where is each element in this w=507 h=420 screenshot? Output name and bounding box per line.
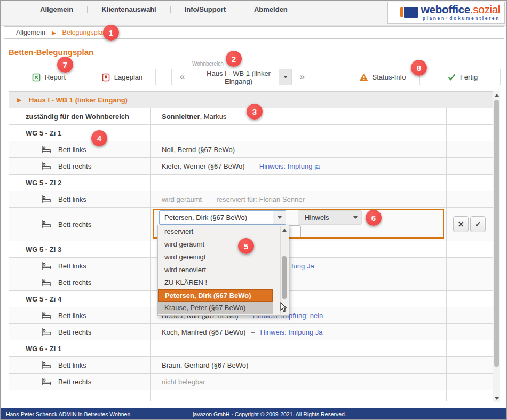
hinweis-text[interactable]: Hinweis: Imfpung Ja [260,328,323,336]
occupant-name: Koch, Manfred (§67 BeWo) [162,328,245,336]
bed-icon [42,195,51,203]
row-value-cell[interactable]: Koch, Manfred (§67 BeWo)–Hinweis: Imfpun… [151,324,447,340]
row-label-cell: Bett links [9,258,151,274]
dropdown-option-hovered[interactable]: Krause, Peter (§67 BeWo) [158,302,273,314]
dropdown-option[interactable]: ZU KLÄREN ! [158,276,266,289]
row-label-cell: Bett links [9,357,151,373]
table-vertical-scrollbar[interactable] [493,91,500,402]
main-menu: Allgemein Klientenauswahl Info/Support A… [26,5,302,13]
confirm-edit-button[interactable]: ✓ [470,216,486,232]
report-button[interactable]: Report [9,69,89,85]
wohnbereich-dropdown-button[interactable] [279,69,291,85]
fertig-button[interactable]: Fertig [425,69,500,85]
row-value-cell[interactable]: Braun, Gerhard (§67 BeWo) [151,357,447,373]
menu-item-klientenauswahl[interactable]: Klientenauswahl [88,5,170,13]
row-value-cell[interactable]: wird geräumt–reserviert für: Florian Sen… [151,191,447,207]
scroll-down-arrow-icon[interactable] [495,397,499,400]
annotation-badge-2: 2 [226,51,242,67]
room-label: WG 5 - Zi 3 [26,245,61,253]
row-action-cell [447,340,493,356]
hinweis-dropdown-button[interactable] [349,211,361,224]
lageplan-button[interactable]: Lageplan [89,69,156,85]
room-label: WG 5 - Zi 1 [26,129,61,137]
table-row: Bett rechtsKoch, Manfred (§67 BeWo)–Hinw… [9,324,500,340]
row-action-cell [447,175,493,191]
row-label-cell [9,390,151,401]
hinweis-select[interactable]: Hinweis [298,210,362,225]
dash-separator: – [207,195,211,203]
cancel-edit-button[interactable]: ✕ [453,216,469,232]
wohnbereich-select[interactable]: Haus I - WB 1 (linker Eingang) [193,69,292,85]
row-action-cell: ✕✓ [447,208,493,241]
breadcrumb-current: Belegungsplan [62,29,107,36]
menu-item-info-support[interactable]: Info/Support [171,5,240,13]
warning-icon [359,73,368,81]
row-action-cell [447,390,493,401]
row-label-cell: Bett links [9,191,151,207]
row-value-cell[interactable]: Noll, Bernd (§67 BeWo) [151,141,447,157]
bed-icon [42,220,51,228]
group-title: Haus I - WB 1 (linker Eingang) [29,96,128,104]
combobox-dropdown-button[interactable] [273,211,286,224]
scrollbar-thumb[interactable] [282,256,287,299]
bed-icon [42,146,51,153]
annotation-badge-8: 8 [411,60,427,76]
row-label-cell: WG 5 - Zi 1 [9,125,151,141]
room-label: WG 5 - Zi 4 [26,295,61,303]
row-value-cell[interactable]: Sonnleitner, Markus [151,108,447,124]
row-action-cell [447,357,493,373]
bed-label: Bett links [58,146,86,154]
row-value-cell[interactable] [151,175,447,191]
app-window: Allgemein Klientenauswahl Info/Support A… [0,0,507,420]
hinweis-select-value: Hinweis [298,213,349,221]
breadcrumb-root[interactable]: Allgemein [16,29,45,36]
scroll-up-arrow-icon[interactable] [282,229,287,232]
hinweis-text[interactable]: Hinweis: Impfung ja [259,162,320,170]
logo-tagline: planen+dokumentieren [421,16,500,21]
dropdown-option[interactable]: reserviert [158,225,266,238]
row-label-cell: WG 5 - Zi 4 [9,291,151,307]
annotation-badge-6: 6 [366,210,382,226]
row-action-cell [447,258,493,274]
row-action-cell [447,241,493,257]
row-label-cell: Bett rechts [9,374,151,390]
status-info-button[interactable]: Status-Info [345,69,420,85]
row-label-cell: Bett rechts [9,274,151,290]
row-value-cell[interactable]: nicht belegbar [151,374,447,390]
row-action-cell [447,191,493,207]
bed-label: Bett links [58,312,86,320]
occupant-name: Noll, Bernd (§67 BeWo) [162,146,235,154]
menu-item-abmelden[interactable]: Abmelden [240,5,302,13]
row-label-cell: Bett links [9,141,151,157]
menu-item-allgemein[interactable]: Allgemein [26,5,87,13]
scroll-up-arrow-icon[interactable] [495,94,499,97]
main-content: Betten-Belegungsplan Wohnbereich Report … [4,41,503,406]
bed-icon [42,279,51,286]
row-value-cell[interactable] [151,125,447,141]
row-label-cell: WG 6 - Zi 1 [9,340,151,356]
row-value-cell[interactable] [151,390,447,401]
name-bold: Sonnleitner [162,113,200,121]
table-row [9,390,500,401]
prev-wohnbereich-button[interactable]: « [172,69,193,85]
logo-icon [400,5,418,21]
breadcrumb: Allgemein ▶ Belegungsplan [4,26,504,39]
annotation-badge-1: 1 [103,25,119,41]
row-value-cell[interactable]: Kiefer, Werner (§67 BeWo)–Hinweis: Impfu… [151,158,447,174]
annotation-badge-7: 7 [57,57,73,73]
dropdown-scrollbar[interactable] [280,226,288,314]
status-footer: Hans-Peter Schenck ADMIN in Betreutes Wo… [1,408,506,420]
toolbar: Report Lageplan « Haus I - WB 1 (linker … [9,69,501,85]
dropdown-option[interactable]: wird renoviert [158,264,266,276]
page-title: Betten-Belegungsplan [9,47,93,57]
table-row: Bett rechtsnicht belegbar [9,374,500,390]
row-value-cell[interactable] [151,340,447,356]
row-label-cell: Bett rechts [9,324,151,340]
occupant-combobox[interactable]: Petersen, Dirk (§67 BeWo) [159,210,286,225]
next-wohnbereich-button[interactable]: » [292,69,313,85]
scrollbar-thumb[interactable] [494,100,499,367]
row-label-cell: Bett rechts [9,208,151,241]
dropdown-option-selected[interactable]: Petersen, Dirk (§67 BeWo) [158,289,273,302]
table-row: WG 5 - Zi 1 [9,125,500,141]
bed-label: Bett rechts [58,378,91,386]
